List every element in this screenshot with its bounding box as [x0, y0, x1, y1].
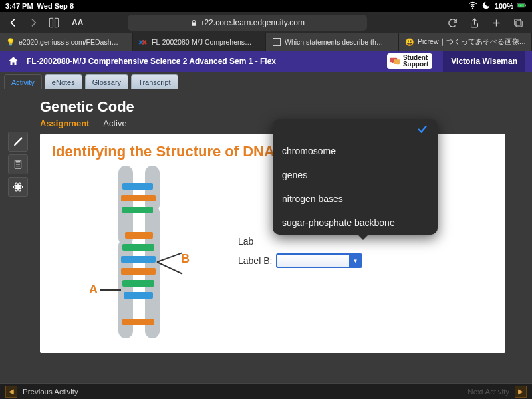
svg-point-10 — [16, 166, 17, 166]
bulb-icon: 💡 — [7, 38, 15, 46]
prev-activity-button[interactable]: ◀ — [5, 386, 17, 398]
assignment-status: Active — [103, 118, 126, 128]
svg-point-11 — [17, 166, 18, 166]
stage: Genetic Code Assignment Active Identifyi… — [0, 89, 532, 383]
tab-transcript[interactable]: Transcript — [131, 74, 178, 89]
next-activity-button[interactable]: ▶ — [515, 386, 527, 398]
share-button[interactable] — [469, 17, 480, 29]
tab-glossary[interactable]: Glossary — [85, 74, 128, 89]
emote-icon: 😃 — [406, 38, 414, 46]
new-tab-button[interactable] — [491, 17, 502, 29]
browser-toolbar: AA r22.core.learn.edgenuity.com — [0, 12, 532, 33]
tab-label: FL-2002080-M/J Comprehens… — [152, 38, 252, 46]
lesson-tabs: Activity eNotes Glossary Transcript — [0, 72, 532, 89]
tab-label: Picrew｜つくってあそべる画像… — [418, 37, 526, 47]
footer-nav: ◀ Previous Activity Next Activity ▶ — [0, 383, 532, 399]
svg-point-12 — [19, 166, 19, 166]
moon-icon — [481, 1, 491, 11]
tab-enotes[interactable]: eNotes — [45, 74, 82, 89]
pencil-tool[interactable] — [8, 132, 28, 152]
side-tools — [8, 132, 28, 197]
square-icon — [273, 38, 281, 46]
lock-icon — [190, 19, 198, 27]
student-support-button[interactable]: Student Support — [387, 53, 432, 69]
dropdown-arrow-icon: ▼ — [349, 255, 361, 267]
assignment-label: Assignment — [40, 118, 89, 128]
forward-button[interactable] — [28, 17, 39, 28]
dna-label-a: A — [89, 283, 98, 297]
status-date: Wed Sep 8 — [37, 2, 74, 10]
content-card: Identifying the Structure of DNA — [40, 134, 505, 353]
chat-icon — [390, 57, 400, 66]
svg-point-13 — [17, 186, 19, 188]
support-text-bottom: Support — [403, 61, 428, 68]
battery-percent: 100% — [495, 2, 513, 10]
tab-course[interactable]: ✖FL-2002080-M/J Comprehens… — [133, 33, 266, 51]
tab-picrew[interactable]: 😃Picrew｜つくってあそべる画像… — [399, 33, 532, 51]
status-time: 3:47 PM — [5, 2, 33, 10]
prev-activity-label: Previous Activity — [23, 388, 78, 396]
text-size-button[interactable]: AA — [72, 18, 83, 27]
label-b-row: Label B: ▼ — [238, 253, 493, 268]
tab-brainly[interactable]: Which statements describe th… — [266, 33, 399, 51]
option-nitrogen-bases[interactable]: nitrogen bases — [273, 187, 438, 211]
home-button[interactable] — [7, 55, 20, 68]
url-bar[interactable]: r22.core.learn.edgenuity.com — [128, 15, 367, 31]
tab-strip: 💡e2020.geniussis.com/FEDash… ✖FL-2002080… — [0, 33, 532, 51]
svg-point-8 — [17, 164, 18, 164]
dna-label-b: B — [181, 252, 190, 266]
dna-diagram: A B — [52, 166, 225, 338]
menu-blank-selected[interactable] — [273, 119, 438, 139]
option-chromosome[interactable]: chromosome — [273, 139, 438, 163]
menu-tail — [358, 235, 368, 240]
next-activity-label: Next Activity — [467, 388, 509, 396]
svg-rect-6 — [16, 161, 21, 162]
check-icon — [416, 123, 428, 135]
label-b-dropdown[interactable]: ▼ — [276, 253, 362, 268]
tab-label: e2020.geniussis.com/FEDash… — [19, 38, 118, 46]
ios-status-bar: 3:47 PM Wed Sep 8 100% — [0, 0, 532, 12]
url-text: r22.core.learn.edgenuity.com — [201, 18, 305, 27]
svg-point-9 — [19, 164, 19, 164]
calculator-tool[interactable] — [8, 154, 28, 174]
back-button[interactable] — [8, 17, 19, 28]
label-a-text: Lab — [238, 236, 253, 247]
user-name[interactable]: Victoria Wiseman — [443, 51, 525, 72]
book-icon[interactable] — [48, 17, 60, 29]
label-b-text: Label B: — [238, 255, 272, 266]
tab-genius[interactable]: 💡e2020.geniussis.com/FEDash… — [0, 33, 133, 51]
tab-label: Which statements describe th… — [285, 38, 383, 46]
x-icon: ✖ — [140, 38, 148, 46]
lesson-title: Genetic Code — [40, 98, 505, 116]
wifi-icon — [468, 1, 477, 11]
option-sugar-phosphate[interactable]: sugar-phosphate backbone — [273, 211, 438, 235]
svg-rect-2 — [525, 5, 526, 7]
tabs-button[interactable] — [513, 17, 524, 29]
course-title: FL-2002080-M/J Comprehensive Science 2 A… — [27, 57, 276, 66]
svg-rect-4 — [515, 19, 521, 25]
reload-button[interactable] — [447, 17, 458, 29]
tab-activity[interactable]: Activity — [4, 74, 42, 89]
battery-icon — [517, 1, 527, 11]
svg-rect-3 — [516, 20, 522, 26]
option-genes[interactable]: genes — [273, 163, 438, 187]
course-header: FL-2002080-M/J Comprehensive Science 2 A… — [0, 51, 532, 72]
svg-point-7 — [16, 164, 17, 164]
atom-tool[interactable] — [8, 177, 28, 197]
dropdown-menu: chromosome genes nitrogen bases sugar-ph… — [273, 119, 438, 235]
